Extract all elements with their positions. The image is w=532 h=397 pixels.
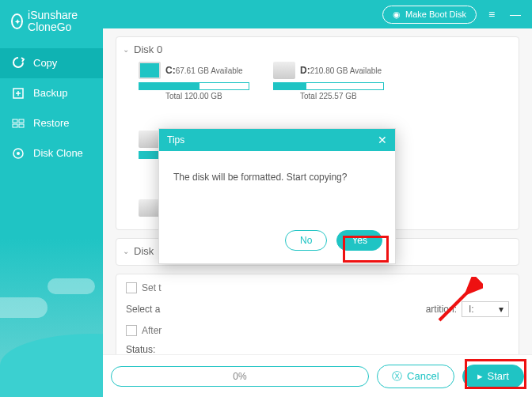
no-button[interactable]: No [285,230,327,251]
tips-dialog: Tips ✕ The disk will be formatted. Start… [158,128,396,264]
partition-label: artition: [426,304,457,315]
disk-icon: ◉ [393,9,401,20]
drive-icon [139,199,161,217]
cloud-decoration [0,297,48,318]
diskclone-icon [11,146,25,161]
progress-bar: 0% [111,366,369,387]
drive-icon [273,62,295,79]
after-label: After [142,325,162,336]
sidebar-item-label: Backup [33,87,67,99]
partition-d[interactable]: D:210.80 GB Available Total 225.57 GB [273,62,384,100]
copy-icon [11,56,25,70]
chevron-down-icon: ⌄ [123,247,129,255]
close-icon[interactable]: ✕ [378,134,387,146]
sidebar: ✦ iSunshare CloneGo Copy Backup Restor [0,0,103,397]
svg-rect-3 [13,124,17,127]
disk1-title: Disk [134,245,154,257]
after-checkbox[interactable] [126,325,137,336]
app-logo: ✦ iSunshare CloneGo [0,0,103,42]
start-button[interactable]: ▸ Start [462,365,524,388]
chevron-down-icon: ⌄ [123,45,129,54]
options-panel: Set t Select a artition: I: After Status… [116,274,519,354]
yes-button[interactable]: Yes [336,230,382,251]
sidebar-item-label: Restore [33,117,70,129]
boot-label: Make Boot Disk [405,9,466,19]
restore-icon [11,116,25,130]
cloud-decoration [48,278,95,294]
backup-icon [11,86,25,100]
topbar: ◉ Make Boot Disk ≡ — [103,0,532,28]
set-label: Set t [142,282,162,293]
app-name: iSunshare CloneGo [28,9,95,34]
dialog-title: Tips [167,134,184,146]
cancel-icon: ⓧ [392,369,402,384]
windows-drive-icon [139,62,161,79]
sidebar-item-label: Copy [33,57,57,69]
sidebar-item-label: Disk Clone [33,147,83,159]
status-block: Status: Total Size: 0 GB Have Copied: 0 … [126,344,509,354]
minimize-icon[interactable]: — [507,6,524,23]
svg-rect-1 [13,119,17,123]
sidebar-item-diskclone[interactable]: Disk Clone [0,138,103,168]
sidebar-item-backup[interactable]: Backup [0,78,103,108]
hill-decoration [0,334,103,397]
partition-dropdown[interactable]: I: [462,301,509,317]
disk0-header[interactable]: ⌄ Disk 0 [123,43,512,55]
logo-icon: ✦ [11,13,23,29]
partition-c[interactable]: C:67.61 GB Available Total 120.00 GB [139,62,249,100]
dialog-message: The disk will be formatted. Start copyin… [159,151,395,222]
svg-point-6 [17,152,20,155]
disk0-title: Disk 0 [134,43,162,55]
menu-icon[interactable]: ≡ [483,6,500,23]
drive-icon [139,130,161,148]
play-icon: ▸ [477,370,483,382]
make-boot-disk-button[interactable]: ◉ Make Boot Disk [382,6,477,24]
sidebar-item-copy[interactable]: Copy [0,48,103,78]
set-checkbox[interactable] [126,282,137,293]
footer: 0% ⓧ Cancel ▸ Start [103,354,532,397]
select-label: Select a [126,304,160,315]
sidebar-item-restore[interactable]: Restore [0,108,103,138]
svg-rect-2 [19,119,24,123]
cancel-button[interactable]: ⓧ Cancel [377,365,454,388]
svg-rect-4 [19,124,24,127]
status-heading: Status: [126,344,509,354]
